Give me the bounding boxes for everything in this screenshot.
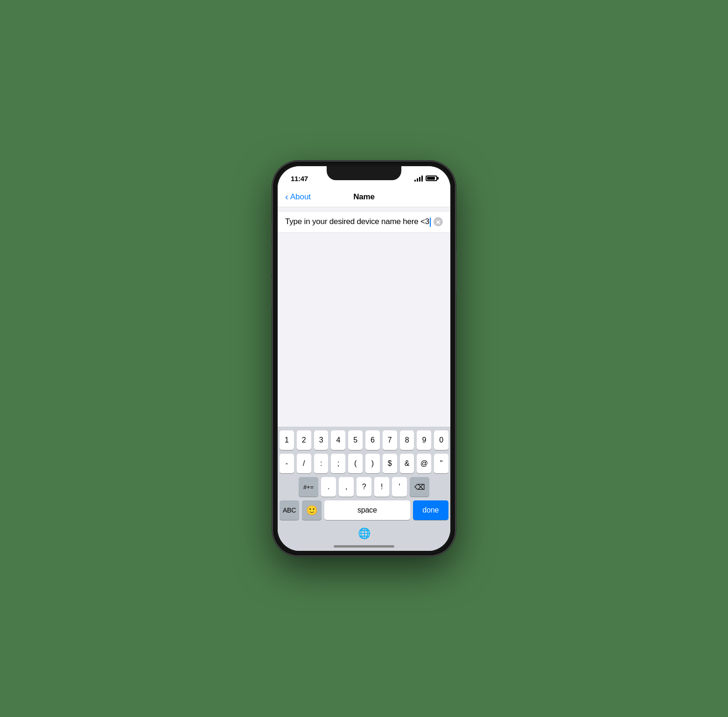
keyboard-row-bottom: ABC 🙂 space done xyxy=(280,500,448,520)
keyboard: 1 2 3 4 5 6 7 8 9 0 - / : ; ( ) $ & xyxy=(278,427,450,526)
back-label: About xyxy=(290,192,311,202)
key-7[interactable]: 7 xyxy=(383,430,397,450)
key-dollar[interactable]: $ xyxy=(383,454,397,473)
text-field-value[interactable]: Type in your desired device name here <3 xyxy=(285,217,434,227)
delete-key[interactable]: ⌫ xyxy=(410,477,429,497)
key-6[interactable]: 6 xyxy=(365,430,380,450)
volume-down-button[interactable] xyxy=(271,278,273,309)
key-space[interactable]: space xyxy=(324,500,410,520)
key-slash[interactable]: / xyxy=(297,454,311,473)
phone-frame: 11:47 ‹ About Name xyxy=(273,162,455,555)
status-icons xyxy=(414,176,437,182)
back-button[interactable]: ‹ About xyxy=(285,192,311,202)
keyboard-bottom-bar: 🌐 xyxy=(278,526,450,541)
key-at[interactable]: @ xyxy=(417,454,431,473)
home-bar xyxy=(334,545,394,548)
key-5[interactable]: 5 xyxy=(348,430,363,450)
key-colon[interactable]: : xyxy=(314,454,329,473)
signal-icon xyxy=(414,176,423,182)
key-dash[interactable]: - xyxy=(280,454,294,473)
home-indicator xyxy=(278,541,450,551)
key-ampersand[interactable]: & xyxy=(400,454,414,473)
key-lparen[interactable]: ( xyxy=(348,454,363,473)
key-abc[interactable]: ABC xyxy=(280,500,299,520)
key-done[interactable]: done xyxy=(413,500,448,520)
key-semicolon[interactable]: ; xyxy=(331,454,345,473)
key-exclaim[interactable]: ! xyxy=(374,477,389,497)
key-apostrophe[interactable]: ' xyxy=(392,477,407,497)
status-time: 11:47 xyxy=(291,175,308,183)
keyboard-row-symbols: - / : ; ( ) $ & @ " xyxy=(280,454,448,473)
page-title: Name xyxy=(353,192,375,202)
text-cursor xyxy=(430,218,431,227)
key-period[interactable]: . xyxy=(321,477,336,497)
backspace-icon: ⌫ xyxy=(414,483,425,492)
key-4[interactable]: 4 xyxy=(331,430,345,450)
keyboard-row-special: #+= . , ? ! ' ⌫ xyxy=(280,477,448,497)
key-emoji[interactable]: 🙂 xyxy=(302,500,322,520)
key-2[interactable]: 2 xyxy=(297,430,311,450)
navigation-bar: ‹ About Name xyxy=(278,187,450,207)
key-8[interactable]: 8 xyxy=(400,430,414,450)
key-question[interactable]: ? xyxy=(357,477,371,497)
key-rparen[interactable]: ) xyxy=(365,454,380,473)
text-field-row[interactable]: Type in your desired device name here <3 xyxy=(278,211,450,233)
content-area: Type in your desired device name here <3 xyxy=(278,207,450,427)
key-9[interactable]: 9 xyxy=(417,430,431,450)
notch xyxy=(327,166,401,180)
key-quote[interactable]: " xyxy=(434,454,448,473)
key-comma[interactable]: , xyxy=(339,477,354,497)
key-hashtag[interactable]: #+= xyxy=(299,477,318,497)
power-button[interactable] xyxy=(455,250,457,292)
keyboard-row-numbers: 1 2 3 4 5 6 7 8 9 0 xyxy=(280,430,448,450)
key-1[interactable]: 1 xyxy=(280,430,294,450)
volume-up-button[interactable] xyxy=(271,243,273,274)
clear-button[interactable] xyxy=(434,217,443,226)
battery-icon xyxy=(426,176,437,181)
key-3[interactable]: 3 xyxy=(314,430,329,450)
key-0[interactable]: 0 xyxy=(434,430,448,450)
chevron-left-icon: ‹ xyxy=(285,191,288,202)
phone-screen: 11:47 ‹ About Name xyxy=(278,166,450,551)
globe-icon[interactable]: 🌐 xyxy=(358,527,371,540)
